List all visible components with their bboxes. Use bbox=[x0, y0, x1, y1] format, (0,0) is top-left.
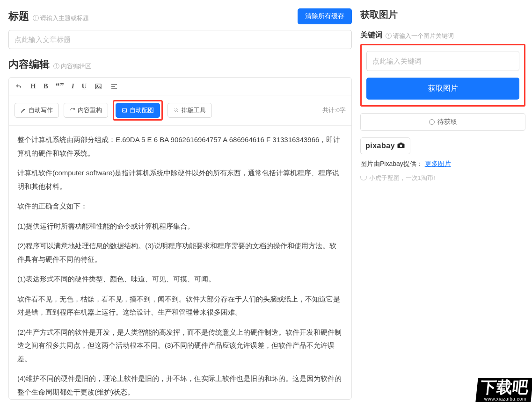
watermark-sub: www.xiazaiba.com bbox=[480, 397, 527, 402]
article-title-input[interactable] bbox=[8, 30, 352, 49]
pixabay-text: pixabay bbox=[365, 142, 395, 150]
format-toolbar: H B “” I U bbox=[9, 78, 351, 95]
layout-tool-label: 排版工具 bbox=[182, 106, 206, 115]
fetch-image-button[interactable]: 获取图片 bbox=[366, 78, 519, 100]
restructure-label: 内容重构 bbox=[78, 106, 102, 115]
tip-row: 小虎子配图，一次1淘币! bbox=[360, 174, 525, 182]
info-icon: ! bbox=[386, 33, 392, 39]
watermark-main: 下载吧 bbox=[480, 378, 530, 396]
title-hint-text: 请输入主题或标题 bbox=[40, 14, 89, 22]
sidebar: 获取图片 关键词 ! 请输入一个图片关键词 获取图片 待获取 pixabay 图… bbox=[360, 0, 532, 402]
paragraph: 软件的正确含义如下： bbox=[17, 200, 343, 213]
paragraph: 计算机软件(computer software)是指计算机系统中除硬件以外的所有… bbox=[17, 166, 343, 193]
refresh-icon bbox=[70, 108, 75, 113]
tip-text: 小虎子配图，一次1淘币! bbox=[369, 174, 435, 182]
svg-rect-0 bbox=[95, 84, 101, 89]
bold-icon[interactable]: B bbox=[44, 82, 48, 90]
auto-write-button[interactable]: 自动写作 bbox=[15, 103, 59, 118]
layout-tool-button[interactable]: 排版工具 bbox=[168, 103, 212, 118]
editor: H B “” I U 自动写作 内容重构 bbox=[8, 77, 352, 400]
keyword-input[interactable] bbox=[366, 51, 519, 71]
content-heading: 内容编辑 bbox=[8, 57, 50, 72]
editor-content[interactable]: 整个计算机系统由两部分组成：E.69DA 5 E 6 BA 9062616964… bbox=[9, 126, 351, 399]
keyword-hint: ! 请输入一个图片关键词 bbox=[386, 32, 454, 40]
pencil-icon bbox=[21, 108, 26, 113]
auto-image-button[interactable]: 自动配图 bbox=[116, 103, 160, 118]
main-column: 标题 ! 请输入主题或标题 清除所有缓存 内容编辑 ! 内容编辑区 H B bbox=[0, 0, 360, 402]
paragraph: (2)生产方式不同的软件是开发，是人类智能的高发挥，而不是传统意义上的硬件制造。… bbox=[17, 326, 343, 366]
picture-icon bbox=[122, 108, 127, 113]
more-images-link[interactable]: 更多图片 bbox=[425, 160, 451, 167]
paragraph: (1)提供运行时所需功能和性能的命令或计算机程序集合。 bbox=[17, 220, 343, 233]
paragraph: (1)表达形式不同的硬件类型、颜色、味道、可见、可摸、可闻。 bbox=[17, 273, 343, 286]
paragraph: (4)维护不同的硬件是旧的，理论上软件是旧的，并不坏，但实际上软件也是旧的和坏的… bbox=[17, 372, 343, 399]
status-pending-icon bbox=[429, 119, 435, 125]
watermark: 下载吧 www.xiazaiba.com bbox=[475, 378, 532, 402]
bowl-icon bbox=[360, 176, 367, 180]
info-icon: ! bbox=[53, 63, 59, 69]
highlight-auto-image: 自动配图 bbox=[113, 100, 163, 121]
keyword-hint-text: 请输入一个图片关键词 bbox=[393, 32, 454, 40]
fetch-status: 待获取 bbox=[360, 113, 525, 131]
info-icon: ! bbox=[33, 15, 39, 21]
highlight-keyword-panel: 获取图片 bbox=[360, 44, 525, 107]
pixabay-badge: pixabay bbox=[360, 137, 410, 154]
paragraph: 整个计算机系统由两部分组成：E.69DA 5 E 6 BA 9062616964… bbox=[17, 133, 343, 160]
action-toolbar: 自动写作 内容重构 自动配图 排版工具 bbox=[9, 95, 351, 126]
undo-icon[interactable] bbox=[15, 82, 23, 91]
camera-icon bbox=[397, 142, 405, 150]
clear-cache-button[interactable]: 清除所有缓存 bbox=[298, 8, 352, 24]
auto-write-label: 自动写作 bbox=[29, 106, 53, 115]
magic-icon bbox=[174, 108, 179, 113]
title-heading: 标题 bbox=[8, 9, 29, 23]
status-text: 待获取 bbox=[437, 118, 457, 126]
title-section-header: 标题 ! 请输入主题或标题 清除所有缓存 bbox=[8, 8, 352, 24]
keyword-header: 关键词 ! 请输入一个图片关键词 bbox=[360, 30, 525, 40]
svg-rect-5 bbox=[123, 108, 127, 112]
heading-icon[interactable]: H bbox=[30, 82, 36, 90]
content-hint-text: 内容编辑区 bbox=[61, 62, 91, 71]
content-hint: ! 内容编辑区 bbox=[53, 62, 91, 71]
sidebar-heading: 获取图片 bbox=[360, 8, 525, 21]
word-count: 共计:0字 bbox=[322, 106, 346, 115]
paragraph: 软件看不见，无色，枯燥，看不见，摸不到，闻不到。软件大部分存在于人们的头脑或纸上… bbox=[17, 293, 343, 319]
image-credit: 图片由Pixabay提供： 更多图片 bbox=[360, 160, 525, 168]
underline-icon[interactable]: U bbox=[82, 82, 87, 90]
quote-icon[interactable]: “” bbox=[56, 81, 64, 91]
keyword-label: 关键词 bbox=[360, 30, 383, 40]
restructure-button[interactable]: 内容重构 bbox=[64, 103, 108, 118]
image-icon[interactable] bbox=[94, 82, 102, 91]
svg-point-6 bbox=[400, 144, 402, 147]
auto-image-label: 自动配图 bbox=[130, 106, 154, 115]
credit-prefix: 图片由Pixabay提供： bbox=[360, 160, 423, 167]
italic-icon[interactable]: I bbox=[72, 82, 74, 90]
paragraph: (2)程序可以满意地处理信息的数据结构。(3)说明程序功能要求和程序需要的文档的… bbox=[17, 239, 343, 266]
title-hint: ! 请输入主题或标题 bbox=[33, 14, 89, 22]
align-left-icon[interactable] bbox=[110, 82, 118, 91]
